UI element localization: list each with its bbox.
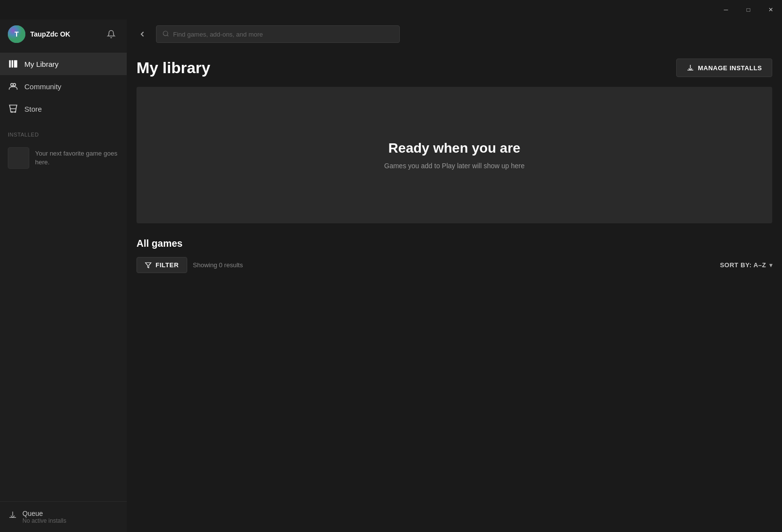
back-icon [138, 30, 147, 39]
chevron-down-icon: ▾ [769, 262, 773, 269]
filter-button[interactable]: FILTER [137, 257, 187, 273]
all-games-section: All games FILTER Showing 0 results SORT … [137, 238, 772, 273]
user-name: TaupZdc OK [30, 30, 98, 38]
all-games-title: All games [137, 238, 772, 249]
download-icon [8, 510, 18, 520]
avatar-image: T [8, 25, 25, 43]
sidebar-item-my-library[interactable]: My Library [0, 53, 127, 75]
filter-label: FILTER [156, 261, 179, 269]
window-controls: ─ □ ✕ [715, 0, 782, 20]
search-icon [162, 30, 169, 39]
page-header: My library MANAGE INSTALLS [137, 49, 772, 87]
sidebar-item-label: Store [24, 105, 42, 113]
svg-text:T: T [15, 30, 19, 38]
community-icon [8, 81, 19, 92]
svg-rect-4 [14, 60, 18, 68]
hero-title: Ready when you are [389, 140, 521, 156]
installed-section-label: Installed [0, 124, 127, 141]
hero-section: Ready when you are Games you add to Play… [137, 87, 772, 223]
maximize-button[interactable]: □ [737, 0, 760, 20]
svg-rect-3 [12, 60, 13, 68]
manage-installs-label: MANAGE INSTALLS [698, 64, 762, 72]
main-content: My library MANAGE INSTALLS Ready when yo… [127, 20, 782, 532]
download-icon [686, 64, 694, 72]
hero-subtitle: Games you add to Play later will show up… [384, 162, 525, 170]
page-title: My library [137, 59, 210, 77]
search-input[interactable] [173, 31, 393, 38]
search-bar[interactable] [156, 25, 400, 43]
store-icon [8, 103, 19, 114]
results-count: Showing 0 results [193, 261, 714, 269]
queue-text: Queue No active installs [22, 510, 66, 524]
sort-label: SORT BY: A–Z [720, 261, 766, 269]
bell-icon [107, 30, 116, 39]
app-layout: T TaupZdc OK M [0, 20, 782, 532]
sort-button[interactable]: SORT BY: A–Z ▾ [720, 261, 772, 269]
games-toolbar: FILTER Showing 0 results SORT BY: A–Z ▾ [137, 257, 772, 273]
svg-point-9 [163, 31, 168, 35]
title-bar: ─ □ ✕ [0, 0, 782, 20]
sidebar: T TaupZdc OK M [0, 20, 127, 532]
sidebar-item-community[interactable]: Community [0, 75, 127, 98]
queue-section: Queue No active installs [8, 510, 119, 524]
avatar: T [8, 25, 25, 43]
top-bar [127, 20, 782, 49]
minimize-button[interactable]: ─ [715, 0, 737, 20]
filter-icon [145, 262, 152, 269]
page-content: My library MANAGE INSTALLS Ready when yo… [127, 49, 782, 532]
sidebar-item-label: Community [24, 82, 61, 91]
library-icon [8, 59, 19, 69]
svg-rect-2 [9, 60, 11, 68]
sidebar-item-label: My Library [24, 60, 59, 68]
notification-button[interactable] [103, 26, 119, 42]
nav-items: My Library Community [0, 49, 127, 124]
close-button[interactable]: ✕ [760, 0, 782, 20]
svg-point-6 [13, 83, 16, 86]
back-button[interactable] [135, 26, 150, 42]
sidebar-footer: Queue No active installs [0, 501, 127, 532]
game-placeholder-text: Your next favorite game goes here. [35, 149, 119, 167]
game-thumbnail [8, 147, 29, 169]
game-placeholder: Your next favorite game goes here. [0, 141, 127, 175]
manage-installs-button[interactable]: MANAGE INSTALLS [676, 59, 772, 77]
queue-status: No active installs [22, 517, 66, 524]
queue-label: Queue [22, 510, 66, 517]
sidebar-header: T TaupZdc OK [0, 20, 127, 49]
sidebar-item-store[interactable]: Store [0, 98, 127, 120]
svg-marker-10 [145, 262, 151, 268]
